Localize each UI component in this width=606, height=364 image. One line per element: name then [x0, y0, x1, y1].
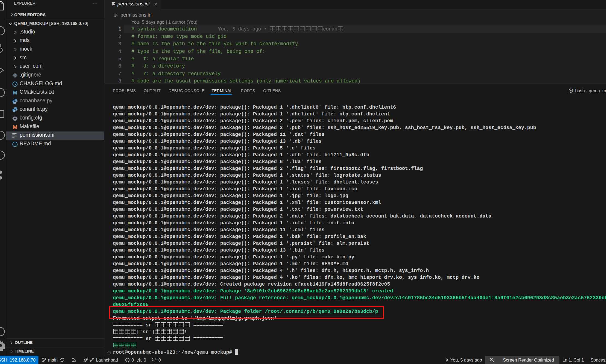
- svg-text:M: M: [13, 90, 17, 96]
- svg-text:M: M: [13, 124, 17, 130]
